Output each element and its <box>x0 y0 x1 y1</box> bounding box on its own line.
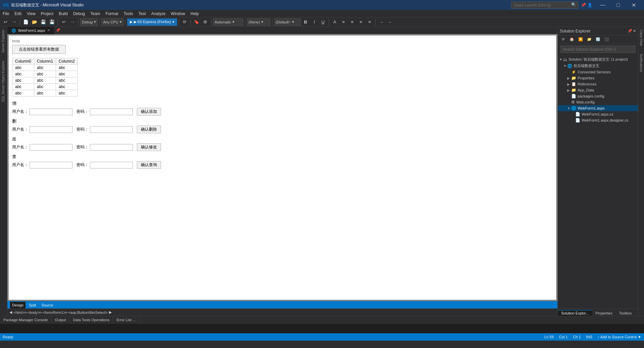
menu-team[interactable]: Team <box>88 10 103 17</box>
refresh-icon[interactable]: ⟳ <box>181 18 189 26</box>
quick-launch-input[interactable] <box>511 1 578 9</box>
add-password-input[interactable] <box>90 109 133 115</box>
collapse-all-icon[interactable]: ⬛ <box>603 36 611 44</box>
breadcrumb-form[interactable]: <form#form1> <box>42 310 65 315</box>
bold-button[interactable]: B <box>302 18 310 26</box>
justify-icon[interactable]: ≡ <box>366 18 374 26</box>
save-all-icon[interactable]: 💾 <box>48 18 56 26</box>
server-explorer-tab[interactable]: Server Explorer <box>0 27 7 55</box>
query-username-input[interactable] <box>30 162 72 168</box>
platform-dropdown[interactable]: Any CPU ▾ <box>101 18 123 26</box>
add-confirm-button[interactable]: 确认添加 <box>137 108 161 116</box>
view-all-button[interactable]: 点击按钮查看所有数据 <box>12 45 66 54</box>
tree-project[interactable]: ▼ 🌐 前后端数据交互 <box>558 63 638 69</box>
breadcrumb-button[interactable]: <asp:Button#btnSelect> <box>68 310 107 315</box>
modify-password-input[interactable] <box>90 144 133 151</box>
tab-pin-icon[interactable]: 📌 <box>56 28 60 32</box>
scroll-left-icon[interactable]: ◀ <box>9 310 12 315</box>
close-icon[interactable]: ✕ <box>633 29 636 33</box>
text-format-dropdown[interactable]: Automatic ▾ <box>213 18 243 26</box>
pin-icon[interactable]: 📌 <box>628 29 632 33</box>
refresh-icon[interactable]: 🔄 <box>594 36 602 44</box>
tree-connected-services[interactable]: ▶ ⚡ Connected Services <box>558 69 638 75</box>
class-view-tab[interactable]: Class View <box>638 27 644 49</box>
italic-button[interactable]: I <box>310 18 318 26</box>
align-left-icon[interactable]: ≡ <box>339 18 347 26</box>
tab-package-manager[interactable]: Package Manager Console <box>0 316 52 324</box>
modify-username-input[interactable] <box>30 144 72 151</box>
tab-properties[interactable]: Properties <box>592 310 616 316</box>
sql-server-tab[interactable]: SQL Server Object Explorer <box>0 58 7 105</box>
run-button[interactable]: ▶ ▶ IIS Express (Firefox) ▾ <box>127 18 177 26</box>
underline-button[interactable]: U <box>319 18 327 26</box>
tree-app-data[interactable]: ▶ 📁 App_Data <box>558 87 638 93</box>
search-area[interactable]: 🔍 <box>511 1 578 9</box>
filter-icon[interactable]: 🔽 <box>577 36 585 44</box>
tab-close-icon[interactable]: ✕ <box>47 27 50 34</box>
indent-icon[interactable]: → <box>377 18 385 26</box>
align-center-icon[interactable]: ≡ <box>348 18 356 26</box>
breadcrumb-html[interactable]: <html> <box>13 310 25 315</box>
pin-icon[interactable]: 📌 <box>581 3 586 7</box>
menu-window[interactable]: Window <box>168 10 188 17</box>
outdent-icon[interactable]: ← <box>386 18 394 26</box>
menu-debug[interactable]: Debug <box>70 10 88 17</box>
delete-password-input[interactable] <box>90 126 133 133</box>
style-dropdown[interactable]: (Default~ ▾ <box>274 18 301 26</box>
source-view-button[interactable]: Source <box>40 302 55 308</box>
tree-webform1-cs[interactable]: ▶ 📄 WebForm1.aspx.cs <box>558 111 638 117</box>
tab-solution-explorer[interactable]: Solution Explor... <box>558 310 592 316</box>
notifications-tab[interactable]: Notifications <box>638 51 644 75</box>
undo-icon[interactable]: ↩ <box>60 18 68 26</box>
modify-confirm-button[interactable]: 确认修改 <box>137 143 161 151</box>
save-icon[interactable]: 💾 <box>39 18 47 26</box>
tree-properties[interactable]: ▶ 📁 Properties <box>558 75 638 81</box>
tree-references[interactable]: ▶ 📋 References <box>558 81 638 87</box>
align-right-icon[interactable]: ≡ <box>357 18 365 26</box>
menu-file[interactable]: File <box>0 10 12 17</box>
status-source-control[interactable]: ↑ Add to Source Control ▼ <box>598 335 641 339</box>
menu-edit[interactable]: Edit <box>12 10 24 17</box>
tab-toolbox[interactable]: Toolbox <box>616 310 635 316</box>
editor-tab-webform1[interactable]: 🌐 WebForm1.aspx ✕ <box>7 27 54 34</box>
font-size-dropdown[interactable]: (None) ▾ <box>247 18 270 26</box>
tab-error-list[interactable]: Error List ... <box>113 316 139 324</box>
back-icon[interactable]: ↩ <box>1 18 9 26</box>
delete-confirm-button[interactable]: 确认删除 <box>137 126 161 133</box>
show-all-files-icon[interactable]: 📁 <box>585 36 593 44</box>
scroll-right-icon[interactable]: ▶ <box>109 310 112 315</box>
solution-search-input[interactable] <box>560 46 635 53</box>
menu-test[interactable]: Test <box>136 10 149 17</box>
query-confirm-button[interactable]: 确认查询 <box>137 161 161 169</box>
tree-webform1-designer[interactable]: ▶ 📄 WebForm1.aspx.designer.cs <box>558 117 638 123</box>
user-icon[interactable]: 👤 <box>587 3 592 7</box>
home-icon[interactable]: 🏠 <box>568 36 576 44</box>
menu-format[interactable]: Format <box>103 10 121 17</box>
redo-icon[interactable]: ↪ <box>68 18 76 26</box>
query-password-input[interactable] <box>90 162 133 168</box>
split-view-button[interactable]: Split <box>27 302 38 308</box>
breadcrumb-body[interactable]: <body> <box>28 310 40 315</box>
delete-username-input[interactable] <box>30 126 72 133</box>
menu-help[interactable]: Help <box>188 10 202 17</box>
tree-webform1-aspx[interactable]: ▼ 🌐 WebForm1.aspx <box>558 105 638 111</box>
menu-view[interactable]: View <box>24 10 38 17</box>
menu-build[interactable]: Build <box>56 10 70 17</box>
sync-icon[interactable]: ⟳ <box>559 36 567 44</box>
minimize-button[interactable]: — <box>595 0 610 10</box>
tree-packages-config[interactable]: ▶ 📄 packages.config <box>558 93 638 99</box>
close-button[interactable]: ✕ <box>626 0 641 10</box>
tab-output[interactable]: Output <box>52 316 70 324</box>
open-icon[interactable]: 📂 <box>31 18 39 26</box>
settings-icon[interactable]: ⚙ <box>201 18 209 26</box>
maximize-button[interactable]: □ <box>610 0 626 10</box>
new-file-icon[interactable]: 📄 <box>22 18 30 26</box>
add-username-input[interactable] <box>30 109 72 115</box>
bookmark-icon[interactable]: 🔖 <box>193 18 201 26</box>
design-view-button[interactable]: Design <box>10 302 25 308</box>
menu-analyze[interactable]: Analyze <box>149 10 168 17</box>
tree-solution-root[interactable]: ▼ 🗂 Solution '前后端数据交互' (1 project) <box>558 56 638 63</box>
tree-web-config[interactable]: ▶ ⚙ Web.config <box>558 99 638 105</box>
debug-mode-dropdown[interactable]: Debug ▾ <box>80 18 98 26</box>
tab-data-tools[interactable]: Data Tools Operations <box>70 316 113 324</box>
